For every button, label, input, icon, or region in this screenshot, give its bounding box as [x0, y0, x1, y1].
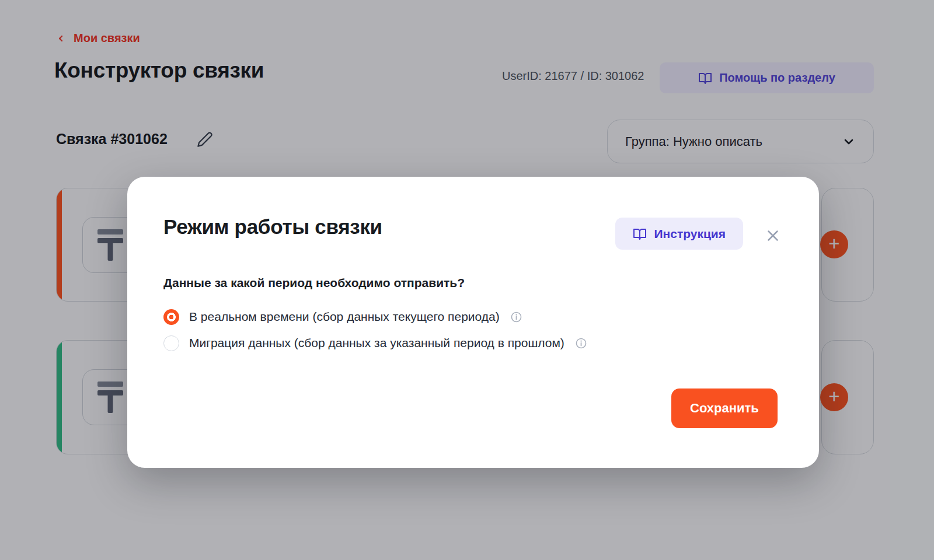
book-icon: [633, 227, 647, 241]
radio-unselected-icon[interactable]: [163, 335, 179, 351]
radio-option-label: Миграция данных (сбор данных за указанны…: [189, 336, 564, 350]
info-icon[interactable]: [575, 337, 587, 349]
close-icon: [764, 227, 782, 244]
radio-option-migration[interactable]: Миграция данных (сбор данных за указанны…: [163, 329, 587, 357]
instruction-label: Инструкция: [654, 227, 726, 241]
instruction-button[interactable]: Инструкция: [615, 218, 743, 250]
radio-option-realtime[interactable]: В реальном времени (сбор данных текущего…: [163, 303, 522, 331]
modal-question: Данные за какой период необходимо отправ…: [163, 276, 465, 290]
radio-selected-icon[interactable]: [163, 309, 179, 325]
bundle-mode-modal: Режим работы связки Инструкция Данные за…: [127, 177, 819, 468]
close-button[interactable]: [764, 227, 782, 244]
save-button[interactable]: Сохранить: [671, 388, 778, 428]
radio-option-label: В реальном времени (сбор данных текущего…: [189, 310, 500, 324]
modal-title: Режим работы связки: [163, 215, 382, 239]
info-icon[interactable]: [510, 311, 522, 323]
